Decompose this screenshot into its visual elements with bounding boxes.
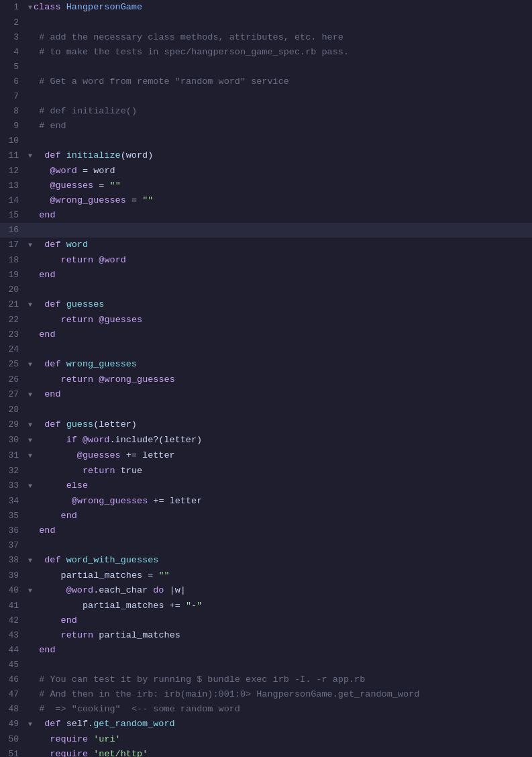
code-line: 14 @wrong_guesses = "" bbox=[0, 193, 532, 208]
code-line: 16 bbox=[0, 223, 532, 238]
code-line: 50 require 'uri' bbox=[0, 732, 532, 747]
fold-arrow-icon[interactable]: ▼ bbox=[28, 242, 32, 249]
line-number: 44 bbox=[0, 643, 25, 658]
line-number: 8 bbox=[0, 104, 25, 119]
line-content: # end bbox=[25, 119, 532, 134]
fold-arrow-icon[interactable]: ▼ bbox=[28, 557, 32, 564]
fold-arrow-icon[interactable]: ▼ bbox=[28, 391, 32, 399]
line-content: return partial_matches bbox=[25, 628, 532, 643]
token-str: "" bbox=[110, 181, 121, 191]
token-kw: do bbox=[153, 585, 169, 595]
code-line: 49▼ def self.get_random_word bbox=[0, 717, 532, 732]
code-line: 31▼ @guesses += letter bbox=[0, 448, 532, 464]
fold-arrow-icon[interactable]: ▼ bbox=[28, 721, 32, 728]
code-line: 1▼class HangpersonGame bbox=[0, 0, 532, 15]
token-kw: def bbox=[44, 240, 66, 250]
code-line: 12 @word = word bbox=[0, 164, 532, 179]
token-plain: .each_char bbox=[93, 585, 153, 595]
code-line: 35 end bbox=[0, 509, 532, 523]
line-number: 25 bbox=[0, 357, 25, 372]
line-number: 39 bbox=[0, 568, 25, 583]
fold-arrow-icon[interactable]: ▼ bbox=[28, 421, 32, 429]
line-content: @wrong_guesses += letter bbox=[25, 494, 532, 509]
code-line: 11▼ def initialize(word) bbox=[0, 148, 532, 164]
token-var: @word bbox=[50, 166, 77, 176]
line-number: 29 bbox=[0, 417, 25, 433]
line-number: 32 bbox=[0, 464, 25, 478]
code-line: 20 bbox=[0, 283, 532, 297]
line-number: 24 bbox=[0, 342, 25, 357]
line-content bbox=[25, 89, 532, 104]
token-kw: def bbox=[44, 150, 66, 160]
code-line: 47 # And then in the irb: irb(main):001:… bbox=[0, 687, 532, 702]
token-kw: end bbox=[39, 330, 55, 340]
line-number: 19 bbox=[0, 268, 25, 283]
token-plain bbox=[28, 181, 50, 191]
token-kw: return bbox=[61, 630, 99, 640]
token-var: @word bbox=[66, 585, 94, 595]
token-kw: else bbox=[66, 481, 88, 491]
line-content: ▼ end bbox=[25, 387, 532, 403]
token-kw: def bbox=[44, 419, 66, 430]
fold-arrow-icon[interactable]: ▼ bbox=[28, 4, 32, 11]
token-plain bbox=[28, 330, 39, 340]
token-plain: partial_matches = bbox=[61, 570, 159, 581]
line-number: 2 bbox=[0, 15, 25, 30]
line-number: 10 bbox=[0, 134, 25, 148]
line-content: # You can test it by running $ bundle ex… bbox=[25, 672, 532, 687]
token-plain bbox=[34, 150, 44, 160]
token-blk: w bbox=[175, 585, 180, 595]
token-plain: word bbox=[126, 150, 148, 160]
line-content: require 'uri' bbox=[25, 732, 532, 747]
token-var: @wrong_guesses bbox=[99, 374, 174, 385]
fold-arrow-icon[interactable]: ▼ bbox=[28, 301, 32, 309]
code-line: 39 partial_matches = "" bbox=[0, 568, 532, 583]
code-line: 46 # You can test it by running $ bundle… bbox=[0, 672, 532, 687]
fold-arrow-icon[interactable]: ▼ bbox=[28, 361, 32, 368]
token-fn: word_with_guesses bbox=[66, 555, 159, 565]
fold-arrow-icon[interactable]: ▼ bbox=[28, 483, 32, 490]
line-content: # def initialize() bbox=[25, 104, 532, 119]
line-content: # => "cooking" <-- some random word bbox=[25, 702, 532, 717]
line-content: end bbox=[25, 643, 532, 658]
token-kw: end bbox=[44, 389, 60, 399]
line-content bbox=[25, 60, 532, 74]
line-number: 13 bbox=[0, 179, 25, 193]
code-line: 34 @wrong_guesses += letter bbox=[0, 494, 532, 509]
line-content bbox=[25, 538, 532, 553]
line-number: 46 bbox=[0, 672, 25, 687]
line-content: @guesses = "" bbox=[25, 179, 532, 193]
line-number: 31 bbox=[0, 448, 25, 464]
line-content: partial_matches += "-" bbox=[25, 599, 532, 613]
token-cmt: # => "cooking" <-- some random word bbox=[28, 704, 240, 714]
code-line: 29▼ def guess(letter) bbox=[0, 417, 532, 433]
line-number: 4 bbox=[0, 45, 25, 60]
token-cmt: # add the necessary class methods, attri… bbox=[28, 32, 343, 42]
fold-arrow-icon[interactable]: ▼ bbox=[28, 587, 32, 595]
fold-arrow-icon[interactable]: ▼ bbox=[28, 452, 32, 460]
token-cls: HangpersonGame bbox=[66, 2, 142, 12]
line-number: 51 bbox=[0, 747, 25, 757]
line-content: end bbox=[25, 327, 532, 342]
token-kw: def bbox=[44, 299, 66, 309]
token-cmt: # And then in the irb: irb(main):001:0> … bbox=[28, 689, 419, 699]
token-plain bbox=[28, 315, 61, 325]
token-cmt: # Get a word from remote "random word" s… bbox=[28, 77, 289, 87]
fold-arrow-icon[interactable]: ▼ bbox=[28, 437, 32, 444]
token-plain: = word bbox=[77, 166, 115, 176]
code-line: 32 return true bbox=[0, 464, 532, 478]
token-str: "-" bbox=[186, 601, 202, 611]
token-plain bbox=[28, 749, 50, 757]
line-content: return @guesses bbox=[25, 313, 532, 327]
line-number: 17 bbox=[0, 238, 25, 253]
line-number: 47 bbox=[0, 687, 25, 702]
token-plain bbox=[34, 240, 44, 250]
token-plain: ) bbox=[131, 419, 137, 430]
token-plain bbox=[28, 645, 39, 655]
token-plain: true bbox=[121, 466, 142, 476]
line-content: return @word bbox=[25, 253, 532, 268]
line-content: return true bbox=[25, 464, 532, 478]
fold-arrow-icon[interactable]: ▼ bbox=[28, 152, 32, 160]
code-line: 40▼ @word.each_char do |w| bbox=[0, 583, 532, 599]
code-line: 48 # => "cooking" <-- some random word bbox=[0, 702, 532, 717]
